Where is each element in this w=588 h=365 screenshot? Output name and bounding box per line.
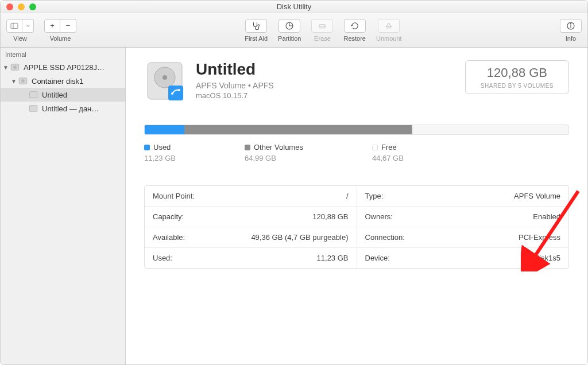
chevron-down-icon xyxy=(25,23,31,29)
svg-rect-14 xyxy=(29,106,37,112)
details-key: Connection: xyxy=(365,233,405,242)
volume-subtitle: APFS Volume • APFS xyxy=(196,81,465,90)
details-key: Device: xyxy=(365,254,390,262)
first-aid-label: First Aid xyxy=(245,35,268,42)
volume-label: Volume xyxy=(50,35,71,42)
details-table: Mount Point:/Capacity:120,88 GBAvailable… xyxy=(144,185,569,269)
unmount-button[interactable] xyxy=(378,19,400,33)
svg-point-12 xyxy=(21,79,25,83)
restore-icon xyxy=(350,21,360,31)
details-key: Used: xyxy=(153,254,172,262)
info-icon xyxy=(566,21,576,31)
svg-line-21 xyxy=(532,191,578,260)
svg-point-17 xyxy=(163,75,167,80)
content: Untitled APFS Volume • APFS macOS 10.15.… xyxy=(126,48,587,364)
view-label: View xyxy=(13,35,27,42)
details-row: Mount Point:/ xyxy=(145,186,357,206)
internal-disk-icon xyxy=(10,62,20,72)
details-key: Capacity: xyxy=(153,212,184,221)
annotation-arrow xyxy=(521,185,584,274)
svg-point-2 xyxy=(258,24,260,26)
erase-button[interactable] xyxy=(311,19,333,33)
window-title: Disk Utility xyxy=(1,2,587,11)
sidebar-item-label: Container disk1 xyxy=(32,77,83,86)
eraser-icon xyxy=(317,21,327,31)
usage-bar-used-segment xyxy=(145,125,184,134)
restore-label: Restore xyxy=(343,35,366,42)
sidebar-item-label: Untitled — дан… xyxy=(42,104,99,113)
sidebar-section-header: Internal xyxy=(1,48,125,60)
volume-os-version: macOS 10.15.7 xyxy=(196,91,465,100)
usage-bar-other-segment xyxy=(184,125,412,134)
sidebar-item-untitled[interactable]: Untitled xyxy=(1,88,125,102)
disclosure-triangle-icon[interactable]: ▼ xyxy=(3,64,9,71)
details-value: 11,23 GB xyxy=(317,254,349,262)
first-aid-button[interactable] xyxy=(245,19,267,33)
sidebar: Internal ▼ APPLE SSD AP0128J… ▼ Containe… xyxy=(1,48,126,364)
drive-volume-icon xyxy=(144,60,185,102)
usage-bar xyxy=(144,125,569,135)
details-row: Capacity:120,88 GB xyxy=(145,206,357,227)
legend-free: Free 44,67 GB xyxy=(372,143,404,162)
unmount-label: Unmount xyxy=(376,35,402,42)
eject-icon xyxy=(384,21,394,31)
svg-rect-13 xyxy=(29,92,37,98)
capacity-size: 120,88 GB xyxy=(481,65,554,80)
legend-used-value: 11,23 GB xyxy=(144,154,176,162)
info-button[interactable] xyxy=(560,19,582,33)
capacity-subtitle: SHARED BY 5 VOLUMES xyxy=(481,83,554,89)
volume-remove-button[interactable]: − xyxy=(60,19,76,33)
sidebar-item-label: Untitled xyxy=(42,91,67,99)
sidebar-item-label: APPLE SSD AP0128J… xyxy=(24,63,105,72)
erase-label: Erase xyxy=(314,35,331,42)
volume-icon xyxy=(28,103,38,114)
svg-point-19 xyxy=(171,92,173,95)
svg-rect-0 xyxy=(11,23,18,28)
details-row: Available:49,36 GB (4,7 GB purgeable) xyxy=(145,227,357,247)
details-key: Type: xyxy=(365,192,384,200)
partition-button[interactable] xyxy=(278,19,300,33)
toolbar: View + − Volume First Aid Partition xyxy=(1,13,587,48)
legend-free-value: 44,67 GB xyxy=(372,154,404,162)
details-key: Available: xyxy=(153,233,185,242)
stethoscope-icon xyxy=(251,21,261,31)
sidebar-item-untitled-data[interactable]: Untitled — дан… xyxy=(1,102,125,115)
titlebar: Disk Utility xyxy=(1,1,587,13)
legend-other: Other Volumes 64,99 GB xyxy=(245,143,303,162)
sidebar-item-container[interactable]: ▼ Container disk1 xyxy=(1,74,125,88)
svg-point-20 xyxy=(178,89,180,91)
details-value: 49,36 GB (4,7 GB purgeable) xyxy=(251,233,348,242)
svg-point-8 xyxy=(570,23,571,24)
capacity-box: 120,88 GB SHARED BY 5 VOLUMES xyxy=(465,60,569,94)
volume-icon xyxy=(28,90,38,100)
sidebar-icon xyxy=(10,21,19,30)
pie-icon xyxy=(284,21,295,31)
svg-point-10 xyxy=(13,65,17,69)
legend-other-label: Other Volumes xyxy=(254,143,303,152)
details-value: / xyxy=(346,192,349,200)
disclosure-triangle-icon[interactable]: ▼ xyxy=(11,78,17,84)
container-disk-icon xyxy=(18,76,28,86)
details-key: Owners: xyxy=(365,212,393,221)
restore-button[interactable] xyxy=(344,19,366,33)
details-value: 120,88 GB xyxy=(312,212,348,221)
legend-used-label: Used xyxy=(153,143,171,152)
legend-other-value: 64,99 GB xyxy=(245,154,303,162)
legend-free-label: Free xyxy=(381,143,397,152)
view-sidebar-button[interactable] xyxy=(6,19,22,33)
details-key: Mount Point: xyxy=(153,192,195,200)
volume-add-button[interactable]: + xyxy=(44,19,60,33)
details-row: Used:11,23 GB xyxy=(145,247,357,268)
info-label: Info xyxy=(566,35,576,42)
legend-used: Used 11,23 GB xyxy=(144,143,176,162)
volume-name: Untitled xyxy=(196,60,465,79)
svg-rect-18 xyxy=(168,86,183,100)
view-dropdown-button[interactable] xyxy=(22,19,34,33)
partition-label: Partition xyxy=(278,35,301,42)
sidebar-item-ssd[interactable]: ▼ APPLE SSD AP0128J… xyxy=(1,60,125,74)
